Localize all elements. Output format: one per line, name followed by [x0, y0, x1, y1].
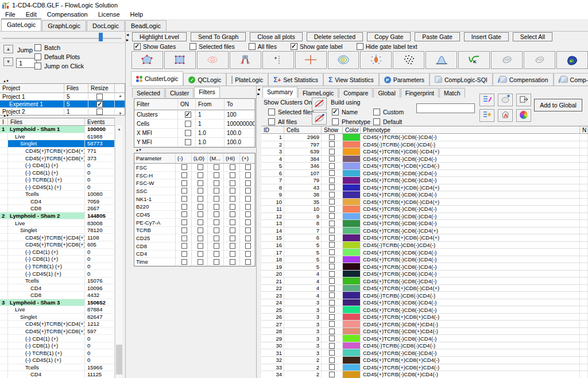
- cluster-color-swatch[interactable]: [343, 163, 360, 169]
- cluster-row[interactable]: 195CD45(+)TCRB(-)CD8(-)CD4(-): [261, 263, 588, 271]
- color-cell[interactable]: [343, 371, 361, 378]
- resize-checkbox[interactable]: [96, 94, 103, 100]
- file-tree-row[interactable]: CD45(+)TCRB(+)CD4(+)1212: [0, 321, 115, 328]
- checkbox[interactable]: [332, 109, 339, 115]
- cluster-row[interactable]: 342CD45(+)TCRB(-)CD8(+)CD4(-): [261, 371, 588, 378]
- cluster-row[interactable]: 147CD45(+)TCRB(-)CD8(-)CD4(+): [261, 227, 588, 235]
- cluster-color-swatch[interactable]: [343, 199, 360, 206]
- cluster-color-swatch[interactable]: [343, 220, 360, 227]
- level-checkbox[interactable]: [214, 236, 219, 241]
- filter-row[interactable]: X MFI1.0100.0: [134, 129, 255, 138]
- cluster-row[interactable]: 253CD45(+)TCRB(-)CD8(-)CD4(-): [261, 306, 588, 314]
- menu-item-file[interactable]: File: [0, 10, 21, 18]
- level-checkbox[interactable]: [230, 211, 235, 217]
- filter-row[interactable]: Cells1100000000: [134, 119, 255, 129]
- dot-plot-button[interactable]: [393, 51, 424, 69]
- parameter-row[interactable]: B220: [134, 203, 255, 211]
- level-checkbox[interactable]: [181, 211, 187, 217]
- show-checkbox[interactable]: [329, 184, 335, 190]
- color-cell[interactable]: [343, 321, 361, 327]
- level-checkbox[interactable]: [198, 251, 203, 257]
- checkbox[interactable]: [357, 43, 363, 50]
- cluster-row[interactable]: 234CD45(-)TCRB(-)CD8(-)CD4(-): [261, 292, 588, 299]
- file-tree-row[interactable]: Tcells15076: [0, 277, 115, 285]
- delete-selected-button[interactable]: Delete selected: [307, 32, 363, 41]
- file-tree-row[interactable]: (-) CD4(1) (+)0: [0, 249, 115, 256]
- level-checkbox[interactable]: [230, 243, 235, 249]
- level-checkbox[interactable]: [198, 243, 203, 249]
- show-checkbox[interactable]: [329, 249, 335, 255]
- tab-fingerprint[interactable]: Fingerprint: [401, 88, 439, 98]
- checkbox[interactable]: [268, 109, 275, 115]
- checkbox[interactable]: [34, 53, 41, 60]
- flame-gate-button[interactable]: [360, 51, 392, 69]
- checkbox[interactable]: [373, 118, 380, 125]
- filter-row[interactable]: Clusters1100: [134, 110, 255, 119]
- cluster-color-swatch[interactable]: [343, 285, 360, 292]
- tab-beadlogic[interactable]: BeadLogic: [125, 20, 167, 31]
- tab-summary[interactable]: Summary: [262, 87, 297, 98]
- color-cell[interactable]: [343, 206, 361, 213]
- jump-up-button[interactable]: ▲: [3, 45, 13, 53]
- file-tree-row[interactable]: Live83008: [0, 219, 115, 227]
- color-cell[interactable]: [343, 170, 361, 177]
- copy-gate-button[interactable]: Copy Gate: [367, 32, 411, 41]
- cluster-row[interactable]: 332CD45(+)TCRB(+)CD8(+)CD4(-): [261, 364, 588, 372]
- color-cell[interactable]: [343, 141, 361, 148]
- resize-checkbox[interactable]: [96, 109, 103, 115]
- checkbox[interactable]: [332, 118, 339, 125]
- parameter-row[interactable]: CD25: [134, 234, 255, 242]
- polygon-gate-button[interactable]: [131, 51, 163, 69]
- level-checkbox[interactable]: [214, 196, 219, 202]
- files-scrollbar[interactable]: ▲: [115, 125, 122, 378]
- tab-platelogic[interactable]: PlateLogic: [226, 73, 268, 86]
- level-checkbox[interactable]: [230, 172, 235, 178]
- level-checkbox[interactable]: [181, 236, 187, 241]
- level-checkbox[interactable]: [181, 188, 187, 194]
- level-checkbox[interactable]: [181, 219, 187, 225]
- cluster-row[interactable]: 156CD45(+)TCRB(+)CD8(-)CD4(+): [261, 234, 588, 242]
- color-cell[interactable]: [343, 220, 361, 227]
- rectangle-gate-button[interactable]: [164, 51, 196, 69]
- parameter-row[interactable]: CD8: [134, 242, 255, 250]
- parameter-row[interactable]: NK1-1: [134, 195, 255, 203]
- cluster-list-button[interactable]: [479, 94, 494, 106]
- show-checkbox[interactable]: [329, 264, 335, 269]
- level-checkbox[interactable]: [245, 259, 251, 265]
- files-scroll-thumb[interactable]: [116, 345, 122, 375]
- show-checkbox[interactable]: [329, 192, 335, 198]
- parameter-row[interactable]: FSC-W: [134, 179, 255, 187]
- file-tree-row[interactable]: Tcells10080: [0, 191, 115, 198]
- show-checkbox[interactable]: [329, 163, 335, 169]
- color-cell[interactable]: [343, 227, 361, 234]
- level-checkbox[interactable]: [245, 164, 251, 170]
- file-tree-row[interactable]: (-) TCRB(1) (+)0: [0, 176, 115, 184]
- level-checkbox[interactable]: [214, 219, 219, 225]
- file-tree-row[interactable]: CD410096: [0, 284, 115, 292]
- cluster-color-swatch[interactable]: [343, 306, 360, 313]
- color-cell[interactable]: [343, 328, 361, 335]
- level-checkbox[interactable]: [214, 211, 219, 217]
- cluster-row[interactable]: 843CD45(+)TCRB(+)CD8(-)CD4(+): [261, 184, 588, 192]
- contour-gate-button[interactable]: [328, 51, 359, 69]
- show-checkbox[interactable]: [329, 314, 335, 320]
- cluster-row[interactable]: 263CD45(+)TCRB(+)CD8(+)CD4(-): [261, 314, 588, 321]
- cluster-row[interactable]: 2797CD45(-)TCRB(-)CD8(-)CD4(-): [261, 141, 588, 149]
- cluster-color-swatch[interactable]: [343, 292, 360, 299]
- add-hand-gate-button[interactable]: [498, 94, 513, 106]
- file-tree-row[interactable]: 3Lymphoid - Sham 3150652: [0, 299, 115, 307]
- color-cell[interactable]: [343, 256, 361, 263]
- cluster-row[interactable]: 283CD45(+)TCRB(-)CD8(+)CD4(-): [261, 328, 588, 335]
- file-tree-row[interactable]: Live61988: [0, 133, 115, 141]
- color-wheel-button[interactable]: [516, 109, 531, 122]
- parameter-row[interactable]: CD4: [134, 250, 255, 259]
- color-cell[interactable]: [343, 357, 361, 364]
- filter-to[interactable]: 100000000: [225, 119, 255, 129]
- scroll-up-icon[interactable]: ▲: [115, 125, 123, 133]
- show-checkbox[interactable]: [329, 307, 335, 313]
- color-cell[interactable]: [343, 177, 361, 184]
- tab-global[interactable]: Global: [373, 88, 400, 98]
- filter-from[interactable]: 1.0: [196, 138, 225, 147]
- cluster-color-swatch[interactable]: [343, 206, 360, 213]
- level-checkbox[interactable]: [214, 243, 219, 249]
